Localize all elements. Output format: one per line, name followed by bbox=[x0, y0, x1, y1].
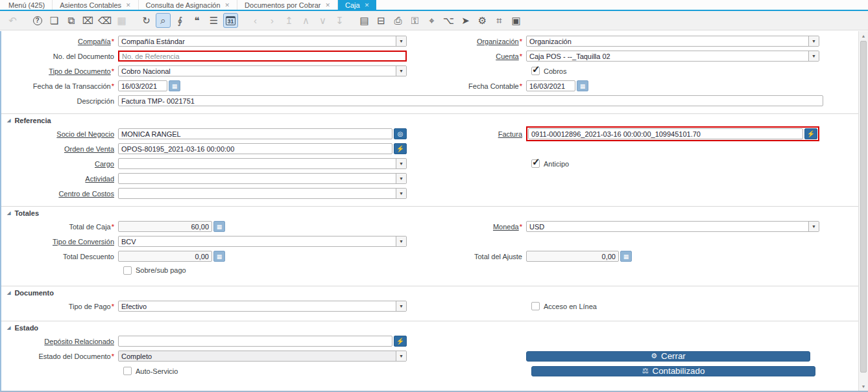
dropdown-arrow-icon[interactable]: ▼ bbox=[808, 36, 819, 46]
help-icon[interactable]: ? bbox=[30, 13, 45, 28]
dropdown-arrow-icon[interactable]: ▼ bbox=[808, 51, 819, 61]
contabilizado-button[interactable]: ⚖ Contabilizado bbox=[531, 366, 815, 376]
acceso-linea-checkbox[interactable] bbox=[531, 302, 540, 310]
scrollbar-thumb[interactable] bbox=[860, 41, 867, 373]
fecha-contable-input[interactable]: 16/03/2021 bbox=[526, 80, 575, 91]
dropdown-arrow-icon[interactable]: ▼ bbox=[396, 301, 406, 311]
archive-icon[interactable]: ⊟ bbox=[374, 13, 389, 28]
dropdown-arrow-icon[interactable]: ▼ bbox=[396, 189, 406, 198]
delete-selection-icon[interactable]: ⌫ bbox=[97, 13, 112, 28]
dropdown-arrow-icon[interactable]: ▼ bbox=[396, 236, 406, 246]
total-caja-input[interactable]: 60,00 bbox=[118, 221, 212, 232]
grid-toggle-icon[interactable]: ☰ bbox=[206, 13, 221, 28]
collapse-icon[interactable]: ◢ bbox=[7, 118, 10, 123]
collapse-icon[interactable]: ◢ bbox=[7, 211, 10, 216]
fecha-transaccion-calendar-button[interactable]: ▦ bbox=[169, 80, 180, 91]
workflow-icon[interactable]: ⌥ bbox=[441, 13, 456, 28]
collapse-icon[interactable]: ◢ bbox=[7, 325, 10, 330]
socio-negocio-input[interactable]: MONICA RANGEL bbox=[118, 128, 392, 139]
tab-consulta-asignacion[interactable]: Consulta de Asignación✕ bbox=[139, 0, 238, 10]
moneda-select[interactable]: USD ▼ bbox=[526, 221, 819, 232]
fecha-contable-calendar-button[interactable]: ▦ bbox=[577, 80, 588, 91]
orden-venta-zoom-button[interactable]: ⚡ bbox=[394, 143, 407, 154]
new-record-icon[interactable]: ❏ bbox=[47, 13, 62, 28]
total-descuento-input[interactable]: 0,00 bbox=[118, 251, 212, 262]
tab-caja[interactable]: Caja✕ bbox=[338, 0, 376, 10]
find-icon[interactable]: ⌕ bbox=[156, 13, 171, 28]
scroll-up-icon[interactable]: ▲ bbox=[859, 31, 868, 40]
dropdown-arrow-icon[interactable]: ▼ bbox=[396, 351, 406, 361]
tab-close-icon[interactable]: ✕ bbox=[365, 2, 370, 8]
tab-asientos-contables[interactable]: Asientos Contables✕ bbox=[53, 0, 138, 10]
refresh-icon[interactable]: ↻ bbox=[139, 13, 154, 28]
print-preview-icon[interactable]: ⌖ bbox=[424, 13, 439, 28]
moneda-label[interactable]: Moneda bbox=[493, 223, 519, 231]
total-ajuste-input[interactable]: 0,00 bbox=[526, 251, 619, 262]
actividad-select[interactable]: ▼ bbox=[118, 173, 407, 184]
socio-negocio-info-button[interactable]: ◎ bbox=[394, 128, 407, 139]
tipo-conversion-select[interactable]: BCV ▼ bbox=[118, 236, 407, 247]
zoom-across-icon[interactable]: ⌗ bbox=[492, 13, 507, 28]
cargo-select[interactable]: ▼ bbox=[118, 158, 407, 169]
calendar-icon[interactable]: 31 bbox=[223, 13, 238, 28]
centro-costos-select[interactable]: ▼ bbox=[118, 188, 407, 199]
deposito-relacionado-input[interactable] bbox=[118, 336, 392, 347]
descripcion-input[interactable]: Factura TMP- 0021751 bbox=[118, 95, 823, 106]
centro-costos-label[interactable]: Centro de Costos bbox=[58, 190, 114, 198]
total-caja-calculator-button[interactable]: ▦ bbox=[213, 221, 225, 232]
tipo-conversion-label[interactable]: Tipo de Conversión bbox=[53, 238, 114, 246]
collapse-icon[interactable]: ◢ bbox=[7, 290, 10, 295]
attachment-icon[interactable]: ∮ bbox=[173, 13, 187, 28]
dropdown-arrow-icon[interactable]: ▼ bbox=[396, 66, 406, 76]
no-documento-input[interactable]: No. de Referencia bbox=[118, 51, 407, 62]
factura-label[interactable]: Factura bbox=[498, 130, 522, 138]
cobros-checkbox[interactable]: ✓ bbox=[531, 67, 540, 75]
lock-icon[interactable]: ⚿ bbox=[407, 13, 422, 28]
cuenta-label[interactable]: Cuenta bbox=[496, 52, 518, 60]
copy-record-icon[interactable]: ⧉ bbox=[64, 13, 78, 28]
estado-documento-select[interactable]: Completo ▼ bbox=[118, 351, 407, 362]
organizacion-select[interactable]: Organización ▼ bbox=[526, 36, 819, 47]
actividad-label[interactable]: Actividad bbox=[85, 175, 114, 183]
scroll-down-icon[interactable]: ▼ bbox=[859, 382, 868, 391]
factura-zoom-button[interactable]: ⚡ bbox=[804, 128, 817, 139]
vertical-scrollbar[interactable]: ▲ ▼ bbox=[858, 31, 868, 391]
cargo-label[interactable]: Cargo bbox=[95, 160, 114, 168]
dropdown-arrow-icon[interactable]: ▼ bbox=[396, 159, 406, 168]
anticipo-checkbox[interactable]: ✓ bbox=[531, 159, 540, 168]
tab-menu[interactable]: Menú (425) bbox=[1, 0, 53, 10]
cuenta-select[interactable]: Caja POS - --_Taquilla 02 ▼ bbox=[526, 51, 819, 62]
compania-label[interactable]: Compañía bbox=[78, 38, 111, 45]
compania-select[interactable]: Compañía Estándar ▼ bbox=[118, 36, 407, 47]
total-ajuste-calculator-button[interactable]: ▦ bbox=[620, 251, 632, 262]
tab-close-icon[interactable]: ✕ bbox=[326, 2, 331, 8]
tipo-documento-select[interactable]: Cobro Nacional ▼ bbox=[118, 65, 407, 76]
deposito-relacionado-zoom-button[interactable]: ⚡ bbox=[394, 336, 407, 347]
cerrar-button[interactable]: ⚙ Cerrar bbox=[526, 351, 810, 362]
report-icon[interactable]: ▤ bbox=[357, 13, 372, 28]
tab-documentos-por-cobrar[interactable]: Documentos por Cobrar✕ bbox=[237, 0, 338, 10]
tab-close-icon[interactable]: ✕ bbox=[225, 2, 230, 8]
dropdown-arrow-icon[interactable]: ▼ bbox=[396, 36, 406, 46]
socio-negocio-label[interactable]: Socio del Negocio bbox=[56, 130, 114, 138]
dropdown-arrow-icon[interactable]: ▼ bbox=[396, 174, 406, 183]
preferences-icon[interactable]: ⚙ bbox=[475, 13, 490, 28]
print-icon[interactable]: ⎙ bbox=[391, 13, 405, 28]
send-icon[interactable]: ➤ bbox=[458, 13, 473, 28]
orden-venta-input[interactable]: OPOS-80195_2021-03-16 00:00:00 bbox=[118, 143, 392, 154]
auto-servicio-checkbox[interactable] bbox=[123, 367, 132, 375]
tipo-documento-label[interactable]: Tipo de Documento bbox=[49, 67, 111, 75]
delete-record-icon[interactable]: ⌧ bbox=[80, 13, 95, 28]
window-help-icon[interactable]: ▣ bbox=[509, 13, 524, 28]
chat-icon[interactable]: ❝ bbox=[189, 13, 204, 28]
tipo-pago-select[interactable]: Efectivo ▼ bbox=[118, 301, 407, 312]
fecha-transaccion-input[interactable]: 16/03/2021 bbox=[118, 80, 167, 91]
orden-venta-label[interactable]: Orden de Venta bbox=[64, 145, 114, 153]
total-descuento-calculator-button[interactable]: ▦ bbox=[213, 251, 225, 262]
sobre-sub-pago-checkbox[interactable] bbox=[123, 266, 132, 275]
organizacion-label[interactable]: Organización bbox=[477, 38, 519, 45]
factura-input[interactable]: 0911-00012896_2021-03-16 00:00:00_109945… bbox=[528, 128, 803, 139]
dropdown-arrow-icon[interactable]: ▼ bbox=[808, 222, 819, 231]
deposito-relacionado-label[interactable]: Depósito Relacionado bbox=[44, 338, 114, 345]
tab-close-icon[interactable]: ✕ bbox=[126, 2, 131, 8]
